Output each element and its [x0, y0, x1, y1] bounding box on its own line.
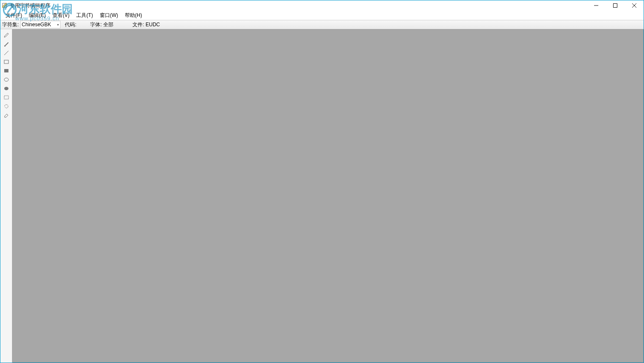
menubar: 文件(F) 编辑(E) 查看(V) 工具(T) 窗口(W) 帮助(H) [0, 11, 644, 20]
svg-point-9 [4, 78, 8, 81]
charset-value: ChineseGBK [22, 22, 51, 28]
maximize-button[interactable] [605, 0, 625, 11]
menu-view[interactable]: 查看(V) [49, 11, 73, 20]
file-field: 文件: EUDC [132, 21, 160, 28]
rectangle-outline-icon[interactable] [2, 58, 11, 66]
svg-rect-7 [4, 60, 8, 64]
ellipse-outline-icon[interactable] [2, 75, 11, 84]
svg-rect-8 [4, 69, 8, 72]
svg-line-6 [4, 51, 8, 55]
toolbox [0, 29, 12, 363]
pencil-icon[interactable] [2, 31, 11, 39]
workspace [0, 29, 644, 363]
infobar: 字符集: ChineseGBK ▾ 代码: 字体: 全部 文件: EUDC [0, 20, 644, 29]
titlebar[interactable]: 专用字符编辑程序 [0, 0, 644, 11]
window-controls [586, 0, 644, 11]
menu-file[interactable]: 文件(F) [2, 11, 25, 20]
ellipse-filled-icon[interactable] [2, 84, 11, 93]
line-icon[interactable] [2, 49, 11, 57]
app-window: 专用字符编辑程序 文件(F) 编辑(E) 查看(V) 工具(T) 窗口(W) 帮… [0, 0, 644, 363]
menu-edit[interactable]: 编辑(E) [25, 11, 49, 20]
rectangle-filled-icon[interactable] [2, 67, 11, 75]
window-title: 专用字符编辑程序 [10, 2, 50, 9]
brush-icon[interactable] [2, 40, 11, 48]
chevron-down-icon: ▾ [57, 23, 59, 27]
rect-select-icon[interactable] [2, 93, 11, 102]
code-field: 代码: [65, 21, 82, 28]
menu-window[interactable]: 窗口(W) [96, 11, 121, 20]
svg-point-10 [4, 87, 8, 90]
font-field: 字体: 全部 [90, 21, 116, 28]
charset-label: 字符集: [2, 21, 19, 28]
svg-rect-11 [4, 96, 8, 99]
menu-tools[interactable]: 工具(T) [73, 11, 96, 20]
svg-rect-2 [613, 4, 617, 8]
free-select-icon[interactable] [2, 102, 11, 111]
minimize-button[interactable] [586, 0, 605, 11]
menu-help[interactable]: 帮助(H) [121, 11, 146, 20]
svg-rect-5 [4, 45, 6, 47]
charset-select[interactable]: ChineseGBK ▾ [20, 21, 61, 28]
app-icon [2, 3, 8, 8]
canvas-area[interactable] [12, 29, 644, 363]
close-button[interactable] [625, 0, 644, 11]
eraser-icon[interactable] [2, 111, 11, 119]
